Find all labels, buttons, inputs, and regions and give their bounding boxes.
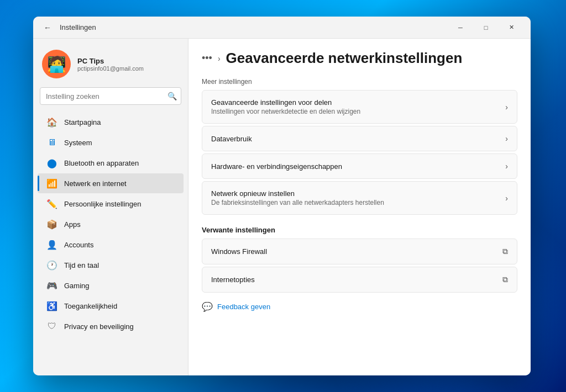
home-icon: 🏠 (46, 116, 57, 128)
setting-title: Windows Firewall (211, 247, 267, 256)
sidebar-item-startpagina[interactable]: 🏠 Startpagina (38, 112, 184, 132)
setting-title: Internetopties (211, 276, 255, 284)
privacy-icon: 🛡 (46, 321, 57, 332)
sidebar-item-label: Accounts (64, 241, 93, 249)
personalization-icon: ✏️ (46, 198, 57, 209)
sidebar-item-toegankelijkheid[interactable]: ♿ Toegankelijkheid (38, 296, 184, 316)
sidebar-item-label: Apps (64, 220, 81, 229)
user-profile[interactable]: 🧑‍💻 PC Tips pctipsinfo01@gmail.com (33, 45, 188, 87)
external-link-icon: ⧉ (502, 275, 508, 284)
avatar: 🧑‍💻 (42, 50, 71, 78)
chevron-icon: › (505, 134, 508, 143)
setting-row-geavanceerde-delen[interactable]: Geavanceerde instellingen voor delen Ins… (202, 90, 517, 124)
external-link-icon: ⧉ (502, 247, 508, 256)
sidebar-item-privacy[interactable]: 🛡 Privacy en beveiliging (38, 316, 184, 336)
sidebar-item-label: Privacy en beveiliging (64, 322, 134, 331)
content-area: ••• › Geavanceerde netwerkinstellingen M… (188, 39, 531, 375)
search-box: 🔍 (40, 87, 181, 105)
sidebar-item-gaming[interactable]: 🎮 Gaming (38, 276, 184, 295)
user-info: PC Tips pctipsinfo01@gmail.com (77, 57, 144, 72)
sidebar-item-systeem[interactable]: 🖥 Systeem (38, 133, 184, 152)
setting-row-windows-firewall[interactable]: Windows Firewall ⧉ (202, 239, 517, 264)
bluetooth-icon: ⬤ (46, 157, 57, 168)
sidebar-item-label: Bluetooth en apparaten (64, 159, 139, 167)
user-name: PC Tips (77, 57, 144, 65)
sidebar-item-tijd[interactable]: 🕐 Tijd en taal (38, 255, 184, 275)
feedback-link[interactable]: Feedback geven (217, 303, 270, 311)
content-header: ••• › Geavanceerde netwerkinstellingen (202, 50, 517, 67)
gaming-icon: 🎮 (46, 280, 57, 291)
window-title: Instellingen (60, 23, 96, 31)
user-email: pctipsinfo01@gmail.com (77, 65, 144, 72)
breadcrumb-dots[interactable]: ••• (202, 52, 212, 64)
related-section: Verwante instellingen (202, 226, 517, 234)
accounts-icon: 👤 (46, 239, 57, 250)
sidebar-item-netwerk[interactable]: 📶 Netwerk en internet (38, 173, 184, 193)
setting-title: Dataverbruik (211, 135, 252, 143)
setting-title: Geavanceerde instellingen voor delen (211, 98, 360, 107)
sidebar: 🧑‍💻 PC Tips pctipsinfo01@gmail.com 🔍 🏠 S… (33, 39, 188, 375)
setting-title: Hardware- en verbindingseigenschappen (211, 162, 342, 171)
page-title: Geavanceerde netwerkinstellingen (226, 50, 463, 67)
annotation-arrow (188, 167, 191, 211)
setting-desc: Instellingen voor netwerkdetectie en del… (211, 108, 360, 115)
section-label-meer: Meer instellingen (202, 78, 517, 86)
sidebar-item-apps[interactable]: 📦 Apps (38, 214, 184, 234)
sidebar-item-label: Persoonlijke instellingen (64, 200, 141, 208)
related-label: Verwante instellingen (202, 226, 517, 234)
nav-list: 🏠 Startpagina 🖥 Systeem ⬤ Bluetooth en a… (33, 112, 188, 337)
sidebar-item-persoonlijk[interactable]: ✏️ Persoonlijke instellingen (38, 194, 184, 214)
setting-desc: De fabrieksinstellingen van alle netwerk… (211, 199, 384, 206)
setting-row-hardware[interactable]: Hardware- en verbindingseigenschappen › (202, 153, 517, 179)
sidebar-item-label: Systeem (64, 139, 92, 147)
close-button[interactable]: ✕ (499, 17, 524, 39)
sidebar-item-label: Toegankelijkheid (64, 302, 117, 310)
titlebar: ← Instellingen ─ □ ✕ (33, 17, 531, 39)
sidebar-item-accounts[interactable]: 👤 Accounts (38, 235, 184, 255)
settings-window: ← Instellingen ─ □ ✕ 🧑‍💻 PC Tips (33, 17, 531, 375)
search-input[interactable] (40, 87, 181, 105)
search-icon: 🔍 (167, 92, 177, 100)
network-icon: 📶 (46, 178, 57, 189)
breadcrumb-chevron: › (218, 54, 221, 63)
chevron-icon: › (505, 194, 508, 203)
chevron-icon: › (505, 162, 508, 171)
accessibility-icon: ♿ (46, 300, 57, 311)
minimize-button[interactable]: ─ (448, 17, 473, 39)
maximize-button[interactable]: □ (473, 17, 499, 39)
feedback-row[interactable]: 💬 Feedback geven (202, 295, 517, 314)
sidebar-item-bluetooth[interactable]: ⬤ Bluetooth en apparaten (38, 153, 184, 173)
feedback-icon: 💬 (202, 301, 213, 312)
chevron-icon: › (505, 103, 508, 112)
setting-title: Netwerk opnieuw instellen (211, 189, 384, 198)
apps-icon: 📦 (46, 219, 57, 230)
main-layout: 🧑‍💻 PC Tips pctipsinfo01@gmail.com 🔍 🏠 S… (33, 39, 531, 375)
setting-row-internetopties[interactable]: Internetopties ⧉ (202, 267, 517, 293)
setting-row-dataverbruik[interactable]: Dataverbruik › (202, 126, 517, 151)
window-controls: ─ □ ✕ (448, 17, 524, 39)
sidebar-item-label: Tijd en taal (64, 261, 99, 269)
sidebar-item-label: Netwerk en internet (64, 179, 127, 188)
sidebar-item-label: Startpagina (64, 118, 101, 126)
setting-row-netwerk-reset[interactable]: Netwerk opnieuw instellen De fabrieksins… (202, 181, 517, 215)
sidebar-item-label: Gaming (64, 282, 90, 290)
system-icon: 🖥 (46, 137, 57, 148)
back-button[interactable]: ← (40, 20, 55, 35)
time-icon: 🕐 (46, 259, 57, 271)
